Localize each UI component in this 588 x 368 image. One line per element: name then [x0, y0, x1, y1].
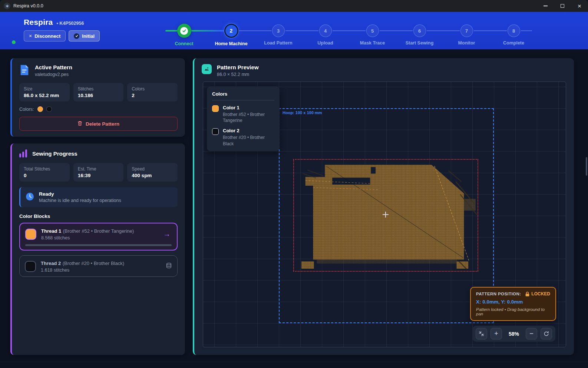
- zoom-out-button[interactable]: −: [526, 328, 537, 339]
- zoom-in-icon: +: [494, 330, 498, 338]
- active-pattern-title: Active Pattern: [35, 64, 72, 70]
- image-icon: [202, 64, 212, 74]
- minimize-icon: [544, 6, 548, 6]
- window-title: Respira v0.0.0: [13, 3, 43, 9]
- pattern-position-overlay: PATTERN POSITION: LOCKED X: 0.0mm, Y: 0.…: [470, 287, 556, 321]
- status-title: Ready: [39, 191, 121, 197]
- delete-pattern-button[interactable]: Delete Pattern: [19, 117, 178, 131]
- step-start-sewing[interactable]: 6 Start Sewing: [396, 21, 443, 46]
- close-icon: ×: [578, 3, 581, 9]
- legend-heading: Colors: [212, 91, 274, 100]
- pattern-filename: valetudogv2.pes: [35, 72, 72, 77]
- fit-view-button[interactable]: [476, 328, 487, 339]
- initial-button[interactable]: Initial: [69, 30, 100, 42]
- reset-view-icon: [544, 331, 549, 336]
- active-pattern-card: Active Pattern valetudogv2.pes Size 86.0…: [10, 58, 185, 137]
- colors-label: Colors:: [19, 107, 34, 112]
- disconnect-x-icon: ×: [29, 33, 32, 39]
- window-scrollbar-thumb[interactable]: [586, 157, 587, 176]
- titlebar: Respira v0.0.0 ×: [0, 0, 588, 12]
- initial-check-icon: [74, 33, 79, 39]
- step-connect[interactable]: Connect: [161, 21, 208, 46]
- document-icon: [19, 64, 30, 77]
- legend-item-color2: Color 2 Brother #20 • Brother Black: [212, 128, 274, 146]
- workflow-stepper: Connect 2 Home Machine 3 Load Pattern 4 …: [161, 21, 537, 46]
- locked-badge: LOCKED: [525, 291, 550, 296]
- machine-serial: K4P502956: [56, 21, 84, 26]
- hoop-label: Hoop: 100 x 100 mm: [283, 110, 322, 115]
- stat-est-time: Est. Time 16:39: [73, 163, 124, 182]
- legend-item-color1: Color 1 Brother #52 • Brother Tangerine: [212, 105, 274, 123]
- connection-status-dot: [12, 40, 16, 44]
- maximize-button[interactable]: [554, 0, 571, 12]
- preview-dimensions: 86.0 × 52.2 mm: [217, 72, 259, 77]
- color-swatch-2: [46, 106, 52, 112]
- lock-icon: [525, 292, 529, 296]
- stat-colors: Colors 2: [127, 83, 178, 102]
- position-coordinates: X: 0.0mm, Y: 0.0mm: [476, 299, 550, 305]
- layers-icon: [166, 262, 172, 270]
- trash-icon: [77, 121, 82, 127]
- reset-view-button[interactable]: [541, 328, 552, 339]
- position-hint: Pattern locked • Drag background to pan: [476, 307, 550, 316]
- zoom-toolbar: + 58% −: [472, 326, 555, 342]
- step-complete[interactable]: 8 Complete: [490, 21, 537, 46]
- thread-row-2[interactable]: Thread 2 (Brother #20 • Brother Black) 1…: [19, 255, 178, 277]
- app-icon: [4, 3, 10, 9]
- fit-view-icon: [479, 331, 484, 336]
- brand-name: Respira: [24, 18, 53, 27]
- colors-legend: Colors Color 1 Brother #52 • Brother Tan…: [207, 86, 280, 151]
- thread-row-1[interactable]: Thread 1 (Brother #52 • Brother Tangerin…: [19, 223, 178, 251]
- color-blocks-heading: Color Blocks: [19, 213, 178, 219]
- step-upload[interactable]: 4 Upload: [302, 21, 349, 46]
- close-button[interactable]: ×: [571, 0, 588, 12]
- preview-title: Pattern Preview: [217, 64, 259, 70]
- stat-total-stitches: Total Stitches 0: [19, 163, 70, 182]
- sewing-progress-card: Sewing Progress Total Stitches 0 Est. Ti…: [10, 143, 185, 355]
- position-label: PATTERN POSITION:: [476, 292, 521, 296]
- status-description: Machine is idle and ready for operations: [39, 198, 121, 203]
- clock-icon: [26, 192, 34, 202]
- stat-speed: Speed 400 spm: [127, 163, 178, 182]
- legend-swatch-1: [212, 105, 219, 112]
- zoom-out-icon: −: [529, 330, 534, 338]
- thread-1-swatch: [25, 229, 36, 240]
- maximize-icon: [561, 4, 564, 8]
- thread-2-swatch: [25, 261, 36, 272]
- stat-size: Size 86.0 x 52.2 mm: [19, 83, 70, 102]
- machine-status-banner: Ready Machine is idle and ready for oper…: [19, 187, 178, 207]
- preview-canvas[interactable]: Hoop: 100 x 100 mm: [203, 82, 566, 347]
- zoom-level: 58%: [505, 331, 522, 337]
- bar-chart-icon: [19, 149, 27, 158]
- step-monitor[interactable]: 7 Monitor: [443, 21, 490, 46]
- footer-divider: [0, 362, 588, 362]
- thread-1-progress: [25, 244, 172, 246]
- stat-stitches: Stitches 10.186: [73, 83, 124, 102]
- color-swatch-1: [37, 106, 43, 112]
- step-load-pattern[interactable]: 3 Load Pattern: [255, 21, 302, 46]
- connect-check-icon: [177, 24, 191, 38]
- sewing-progress-title: Sewing Progress: [32, 150, 77, 157]
- arrow-right-icon: →: [163, 230, 172, 238]
- legend-swatch-2: [212, 128, 219, 135]
- step-home-machine[interactable]: 2 Home Machine: [208, 21, 255, 46]
- zoom-in-button[interactable]: +: [490, 328, 502, 339]
- step-mask-trace[interactable]: 5 Mask Trace: [349, 21, 396, 46]
- minimize-button[interactable]: [537, 0, 554, 12]
- app-header: Respira K4P502956 × Disconnect Initial C…: [0, 12, 588, 49]
- pattern-preview-panel: Pattern Preview 86.0 × 52.2 mm Hoop: 100…: [193, 58, 574, 355]
- disconnect-button[interactable]: × Disconnect: [24, 30, 66, 42]
